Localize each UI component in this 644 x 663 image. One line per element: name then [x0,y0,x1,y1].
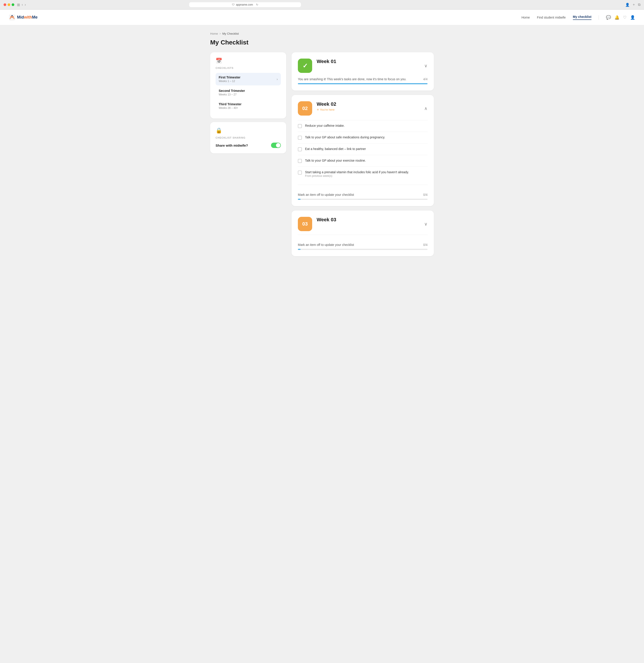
week-03-toggle[interactable]: ∨ [424,221,427,227]
week-02-number: 02 [302,106,308,111]
week-02-count: 0/4 [423,193,427,197]
trimester-item-first[interactable]: First Trimester Weeks 1 – 12 › [216,73,281,85]
minimize-button[interactable] [7,3,10,6]
week-03-title-area: Week 03 [317,217,420,223]
trimester-name-second: Second Trimester [219,89,245,93]
app-header: MidwithMe Home Find student midwife My c… [0,9,644,25]
shield-icon: 🛡 [232,3,235,6]
nav-my-checklist[interactable]: My checklist [573,15,592,20]
profile-icon[interactable]: 👤 [630,15,635,20]
sharing-icon: 🔒 [216,128,281,134]
nav-icons: 💬 🔔 ♡ 👤 [606,15,635,20]
week-03-title: Week 03 [317,217,420,223]
task-text-1: Reduce your caffeine intake. [305,124,345,128]
browser-controls: ⊞ ‹ › [17,3,26,7]
week-01-card: ✓ Week 01 ∨ You are smashing it! This we… [292,52,434,91]
task-item-5: Start taking a prenatal vitamin that inc… [298,167,427,181]
task-text-5: Start taking a prenatal vitamin that inc… [305,170,409,178]
nav-home[interactable]: Home [521,16,530,19]
task-checkbox-5[interactable] [298,170,302,175]
toggle-knob [276,143,281,147]
week-02-badge: 02 [298,101,312,116]
checklists-label: CHECKLISTS [216,67,281,69]
task-checkbox-1[interactable] [298,124,302,128]
week-01-check-icon: ✓ [303,62,308,70]
checklists-icon: 📅 [216,58,281,64]
sharing-label: CHECKLIST SHARING [216,136,281,139]
account-icon[interactable]: 👤 [625,3,630,7]
notifications-icon[interactable]: 🔔 [615,15,619,20]
week-02-toggle[interactable]: ∧ [424,106,427,111]
task-item-4: Talk to your GP about your exercise rout… [298,155,427,167]
maximize-button[interactable] [12,3,14,6]
main-content: Home > My Checklist My Checklist 📅 CHECK… [201,25,443,263]
week-03-footer: Mark an item off to update your checklis… [298,235,427,250]
task-item-3: Eat a healthy, balanced diet – link to p… [298,143,427,155]
sharing-toggle[interactable] [271,143,281,148]
close-button[interactable] [4,3,6,6]
week-02-header: 02 Week 02 ✳ You're here ∧ [298,101,427,116]
checklists-card: 📅 CHECKLISTS First Trimester Weeks 1 – 1… [210,52,286,118]
trimester-item-second[interactable]: Second Trimester Weeks 13 – 27 [216,86,281,99]
week-01-summary: You are smashing it! This week's tasks a… [298,77,427,81]
week-03-footer-text: Mark an item off to update your checklis… [298,243,354,247]
sharing-toggle-label: Share with midwife? [216,143,248,147]
chat-icon[interactable]: 💬 [606,15,611,20]
forward-icon[interactable]: › [25,3,26,7]
week-03-progress-fill [298,249,301,250]
task-item-2: Talk to your GP about safe medications d… [298,132,427,143]
week-01-progress-bar [298,83,427,84]
week-03-header: 03 Week 03 ∨ [298,217,427,231]
logo[interactable]: MidwithMe [9,14,38,21]
week-01-toggle[interactable]: ∨ [424,63,427,68]
trimester-weeks-third: Weeks 28 – 40+ [219,107,242,110]
back-icon[interactable]: ‹ [22,3,23,7]
week-01-title-area: Week 01 [317,59,420,64]
breadcrumb-separator: > [219,32,221,35]
task-checkbox-2[interactable] [298,136,302,140]
trimester-name-third: Third Trimester [219,102,242,106]
logo-icon [9,14,15,21]
nav-separator [599,15,599,20]
add-tab-icon[interactable]: + [633,3,635,7]
week-03-progress-bar [298,249,427,250]
task-checkbox-3[interactable] [298,147,302,151]
breadcrumb: Home > My Checklist [210,32,434,35]
favorites-icon[interactable]: ♡ [623,15,626,20]
address-bar[interactable]: 🛡 appname.com ↻ [189,2,301,7]
week-02-card: 02 Week 02 ✳ You're here ∧ Reduce your c… [292,95,434,206]
week-02-subtitle: ✳ You're here [317,108,420,111]
windows-icon[interactable]: ⧉ [638,3,640,7]
browser-chrome: ⊞ ‹ › 🛡 appname.com ↻ 👤 + ⧉ [0,0,644,9]
week-03-card: 03 Week 03 ∨ Mark an item off to update … [292,210,434,256]
trimester-item-third[interactable]: Third Trimester Weeks 28 – 40+ [216,100,281,112]
week-03-summary: Mark an item off to update your checklis… [298,243,427,247]
trimester-weeks-second: Weeks 13 – 27 [219,93,245,96]
task-checkbox-4[interactable] [298,159,302,163]
trimester-arrow-first: › [276,77,278,81]
week-02-progress-bar [298,199,427,200]
svg-point-1 [12,15,13,16]
task-item-1: Reduce your caffeine intake. [298,120,427,132]
sharing-card: 🔒 CHECKLIST SHARING Share with midwife? [210,122,286,153]
task-text-2: Talk to your GP about safe medications d… [305,135,385,139]
week-02-title-area: Week 02 ✳ You're here [317,101,420,111]
content-layout: 📅 CHECKLISTS First Trimester Weeks 1 – 1… [210,52,434,256]
refresh-icon[interactable]: ↻ [256,3,258,6]
page-title: My Checklist [210,39,434,46]
sidebar: 📅 CHECKLISTS First Trimester Weeks 1 – 1… [210,52,286,153]
task-text-4: Talk to your GP about your exercise rout… [305,159,366,162]
week-02-summary: Mark an item off to update your checklis… [298,193,427,197]
trimester-weeks-first: Weeks 1 – 12 [219,79,240,83]
breadcrumb-home[interactable]: Home [210,32,218,35]
sidebar-toggle-icon[interactable]: ⊞ [17,3,20,7]
week-01-badge: ✓ [298,59,312,73]
week-01-summary-text: You are smashing it! This week's tasks a… [298,77,406,81]
nav-find-student[interactable]: Find student midwife [537,16,565,19]
week-01-count: 4/4 [423,77,427,81]
task-text-3: Eat a healthy, balanced diet – link to p… [305,147,366,151]
week-03-number: 03 [302,221,308,227]
week-02-title: Week 02 [317,101,420,107]
traffic-lights [4,3,14,6]
breadcrumb-current: My Checklist [222,32,239,35]
